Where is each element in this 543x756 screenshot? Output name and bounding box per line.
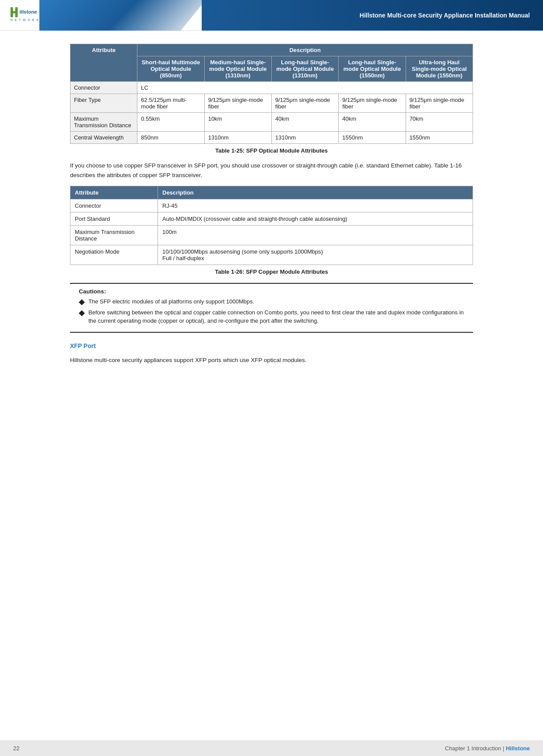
t2-attr-neg-mode: Negotiation Mode: [70, 245, 158, 265]
footer-brand: Hillstone: [506, 745, 530, 752]
wave-val-3: 1550nm: [339, 132, 406, 144]
sfp-copper-table: Attribute Description Connector RJ-45 Po…: [70, 186, 473, 265]
col-header-2: Long-haul Single-mode Optical Module (13…: [271, 56, 338, 82]
col-header-3: Long-haul Single-mode Optical Module (15…: [339, 56, 406, 82]
cautions-title: Cautions:: [79, 288, 464, 295]
document-title: Hillstone Multi-core Security Appliance …: [360, 12, 530, 19]
description-header-cell: Description: [137, 44, 473, 56]
table-row: Negotiation Mode 10/100/1000Mbps autosen…: [70, 245, 473, 265]
col-header-4: Ultra-long Haul Single-mode Optical Modu…: [406, 56, 473, 82]
svg-rect-3: [15, 7, 18, 17]
table-row: Central Wavelength 850nm 1310nm 1310nm 1…: [70, 132, 473, 144]
col-header-0: Short-haul Multimode Optical Module (850…: [137, 56, 204, 82]
fiber-val-3: 9/125μm single-mode fiber: [339, 94, 406, 113]
t2-attr-port-standard: Port Standard: [70, 213, 158, 226]
t2-val-connector: RJ-45: [158, 199, 473, 213]
chapter-label: Chapter 1 Introduction |: [445, 745, 506, 752]
table-row: Fiber Type 62.5/125μm multi-mode fiber 9…: [70, 94, 473, 113]
svg-text:illstone: illstone: [20, 9, 37, 14]
wave-val-1: 1310nm: [204, 132, 271, 144]
paragraph-copper-intro: If you choose to use copper SFP transcei…: [70, 161, 473, 180]
table-row: Maximum Transmission Distance 100m: [70, 226, 473, 245]
description-label: Description: [289, 47, 321, 53]
page-header: illstone N E T W O R K S TM Hillstone Mu…: [0, 0, 543, 31]
attr-max-trans: Maximum Transmission Distance: [70, 113, 137, 132]
bullet-icon-2: ◆: [79, 309, 85, 317]
t2-attr-max-trans: Maximum Transmission Distance: [70, 226, 158, 245]
trans-val-2: 40km: [271, 113, 338, 132]
caution-text-2: Before switching between the optical and…: [88, 308, 464, 325]
fiber-val-4: 9/125μm single-mode fiber: [406, 94, 473, 113]
attribute-header: Attribute: [92, 47, 116, 53]
fiber-val-1: 9/125μm single-mode fiber: [204, 94, 271, 113]
trans-val-4: 70km: [406, 113, 473, 132]
table1-caption: Table 1-25: SFP Optical Module Attribute…: [70, 147, 473, 154]
table2-attr-header: Attribute: [70, 186, 158, 199]
wave-val-2: 1310nm: [271, 132, 338, 144]
trans-val-3: 40km: [339, 113, 406, 132]
table-row: Connector RJ-45: [70, 199, 473, 213]
t2-val-port-standard: Auto-MDI/MDIX (crossover cable and strai…: [158, 213, 473, 226]
table-row: Connector LC: [70, 82, 473, 94]
table-row: Port Standard Auto-MDI/MDIX (crossover c…: [70, 213, 473, 226]
caution-item-2: ◆ Before switching between the optical a…: [79, 308, 464, 325]
empty-corner-cell: Attribute: [70, 44, 137, 82]
page-number: 22: [13, 745, 19, 752]
attr-connector: Connector: [70, 82, 137, 94]
main-content: Attribute Description Short-haul Multimo…: [0, 31, 543, 397]
bullet-icon-1: ◆: [79, 298, 85, 306]
attr-fiber-type: Fiber Type: [70, 94, 137, 113]
trans-val-1: 10km: [204, 113, 271, 132]
table2-header-row: Attribute Description: [70, 186, 473, 199]
caution-text-1: The SFP electric modules of all platform…: [88, 297, 254, 306]
xfp-section-heading: XFP Port: [70, 342, 473, 349]
page-footer: 22 Chapter 1 Introduction | Hillstone: [0, 740, 543, 756]
xfp-para: Hillstone multi-core security appliances…: [70, 355, 473, 365]
trans-val-0: 0.55km: [137, 113, 204, 132]
wave-val-0: 850nm: [137, 132, 204, 144]
caution-item-1: ◆ The SFP electric modules of all platfo…: [79, 297, 464, 306]
sfp-optical-table: Attribute Description Short-haul Multimo…: [70, 44, 473, 144]
svg-text:N E T W O R K S: N E T W O R K S: [11, 18, 43, 21]
table-description-header-row: Attribute Description: [70, 44, 473, 56]
table-row: Maximum Transmission Distance 0.55km 10k…: [70, 113, 473, 132]
cautions-box: Cautions: ◆ The SFP electric modules of …: [70, 283, 473, 333]
attr-header-label: Attribute: [75, 189, 98, 196]
header-wave-decoration: [39, 0, 206, 31]
connector-val: LC: [137, 82, 473, 94]
col-header-1: Medium-haul Single-mode Optical Module (…: [204, 56, 271, 82]
desc-header-label: Description: [162, 189, 194, 196]
header-title-bar: Hillstone Multi-core Security Appliance …: [202, 0, 543, 31]
fiber-val-2: 9/125μm single-mode fiber: [271, 94, 338, 113]
t2-val-max-trans: 100m: [158, 226, 473, 245]
table2-desc-header: Description: [158, 186, 473, 199]
t2-val-neg-mode: 10/100/1000Mbps autosensing (some only s…: [158, 245, 473, 265]
t2-attr-connector: Connector: [70, 199, 158, 213]
attr-wavelength: Central Wavelength: [70, 132, 137, 144]
footer-chapter-text: Chapter 1 Introduction | Hillstone: [445, 745, 530, 752]
wave-val-4: 1550nm: [406, 132, 473, 144]
fiber-val-0: 62.5/125μm multi-mode fiber: [137, 94, 204, 113]
table2-caption: Table 1-26: SFP Copper Module Attributes: [70, 268, 473, 275]
